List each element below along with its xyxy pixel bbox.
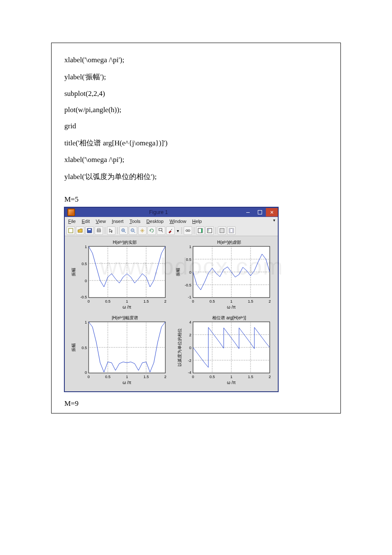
section-m9-label: M=9 (64, 399, 328, 408)
menu-overflow-icon[interactable]: ▾ (273, 218, 275, 223)
subplot-phase: 相位谱 arg[H(ejω)] (172, 314, 275, 389)
svg-text:1: 1 (189, 245, 191, 249)
menu-insert[interactable]: Insert (112, 219, 124, 224)
window-title: Figure 1 (75, 209, 242, 215)
svg-rect-12 (159, 228, 162, 231)
minimize-button[interactable] (242, 208, 254, 217)
code-line: plot(w/pi,angle(h)); (64, 106, 328, 114)
svg-rect-2 (88, 229, 91, 230)
svg-text:1.5: 1.5 (248, 299, 254, 304)
svg-text:1: 1 (126, 375, 128, 379)
svg-text:0: 0 (189, 346, 191, 350)
menu-window[interactable]: Window (170, 219, 186, 224)
svg-text:0: 0 (87, 375, 89, 379)
menu-edit[interactable]: Edit (82, 219, 90, 224)
toolbar: ▾ (65, 225, 278, 236)
svg-text:0.5: 0.5 (81, 262, 87, 266)
svg-text:-1: -1 (188, 295, 191, 299)
link-icon[interactable] (184, 226, 192, 235)
svg-text:振幅: 振幅 (176, 268, 180, 276)
zoom-out-icon[interactable] (129, 226, 137, 235)
svg-text:相位谱 arg[H(ejω)]: 相位谱 arg[H(ejω)] (212, 315, 246, 321)
svg-rect-16 (188, 230, 190, 231)
svg-text:|H(ejω)|幅度谱: |H(ejω)|幅度谱 (112, 315, 138, 321)
print-icon[interactable] (95, 226, 103, 235)
open-icon[interactable] (76, 226, 84, 235)
svg-text:1: 1 (230, 375, 232, 379)
svg-text:-0.5: -0.5 (80, 295, 87, 299)
svg-line-10 (134, 231, 135, 233)
svg-text:4: 4 (189, 320, 191, 324)
svg-rect-24 (229, 228, 231, 233)
menu-tools[interactable]: Tools (130, 219, 141, 224)
code-line: subplot(2,2,4) (64, 90, 328, 98)
svg-text:ω /π: ω /π (123, 305, 131, 309)
svg-text:0.5: 0.5 (81, 346, 87, 350)
svg-line-14 (171, 229, 172, 230)
svg-text:0.5: 0.5 (210, 375, 215, 379)
colorbar-icon[interactable] (196, 226, 205, 235)
menu-help[interactable]: Help (192, 219, 202, 224)
matlab-icon (67, 208, 75, 216)
rotate-icon[interactable] (147, 226, 156, 235)
data-cursor-icon[interactable] (157, 226, 165, 235)
legend-icon[interactable] (205, 226, 214, 235)
brush-dropdown-icon[interactable]: ▾ (176, 227, 180, 234)
svg-text:0: 0 (192, 375, 194, 379)
svg-rect-4 (98, 228, 100, 230)
svg-rect-3 (97, 230, 101, 232)
subplot-real-part: H(ejω)的实部 1 0. (67, 239, 171, 313)
code-line: title('相位谱 arg[H(e^{j\omega})]') (64, 138, 328, 148)
zoom-in-icon[interactable] (119, 226, 128, 235)
svg-rect-25 (232, 228, 233, 233)
svg-text:2: 2 (268, 299, 271, 304)
svg-text:1: 1 (85, 245, 87, 249)
svg-text:1: 1 (126, 299, 128, 304)
svg-text:-4: -4 (188, 370, 191, 375)
pointer-icon[interactable] (107, 226, 115, 235)
svg-text:ω /π: ω /π (227, 305, 236, 309)
close-button[interactable] (266, 208, 278, 217)
svg-text:-0.5: -0.5 (184, 283, 191, 287)
svg-text:0.5: 0.5 (186, 257, 191, 262)
svg-text:0.5: 0.5 (210, 299, 215, 304)
brush-icon[interactable] (166, 226, 175, 235)
svg-text:振幅: 振幅 (71, 268, 76, 276)
svg-text:H(ejω)的实部: H(ejω)的实部 (113, 240, 137, 245)
svg-rect-18 (201, 228, 202, 233)
menu-desktop[interactable]: Desktop (147, 219, 164, 224)
show-plot-tools-icon[interactable] (227, 226, 236, 235)
code-block: xlabel('\omega /\pi'); ylabel('振幅'); sub… (51, 43, 341, 413)
svg-text:1.5: 1.5 (144, 375, 149, 379)
maximize-button[interactable] (254, 208, 266, 217)
svg-text:0: 0 (85, 370, 87, 375)
svg-text:-2: -2 (188, 358, 191, 363)
hide-plot-tools-icon[interactable] (218, 226, 226, 235)
svg-text:2: 2 (189, 333, 191, 337)
svg-text:0: 0 (85, 279, 87, 283)
window-titlebar: Figure 1 (65, 208, 278, 217)
svg-text:0: 0 (192, 299, 194, 304)
svg-rect-19 (208, 228, 212, 233)
svg-line-13 (161, 231, 163, 232)
svg-text:0: 0 (189, 270, 191, 275)
code-line: xlabel('\omega /\pi'); (64, 156, 328, 164)
svg-text:1: 1 (230, 299, 232, 304)
new-figure-icon[interactable] (66, 226, 75, 235)
figure-window: Figure 1 File Edit View Insert Tools Des… (64, 207, 328, 392)
section-m5-label: M=5 (64, 195, 328, 204)
save-icon[interactable] (85, 226, 94, 235)
svg-rect-0 (69, 228, 73, 233)
menu-file[interactable]: File (68, 219, 76, 224)
subplot-imag-part: H(ejω)的虚部 1 (172, 239, 275, 313)
svg-text:1.5: 1.5 (248, 375, 254, 379)
svg-text:振幅: 振幅 (71, 343, 76, 352)
pan-icon[interactable] (138, 226, 147, 235)
code-line: ylabel('振幅'); (64, 72, 328, 82)
svg-line-6 (124, 231, 126, 233)
svg-text:0.5: 0.5 (105, 299, 111, 304)
subplot-magnitude: |H(ejω)|幅度谱 1 0.5 (67, 314, 171, 389)
svg-text:ω /π: ω /π (123, 380, 131, 385)
svg-text:2: 2 (164, 375, 166, 379)
menu-view[interactable]: View (96, 219, 106, 224)
